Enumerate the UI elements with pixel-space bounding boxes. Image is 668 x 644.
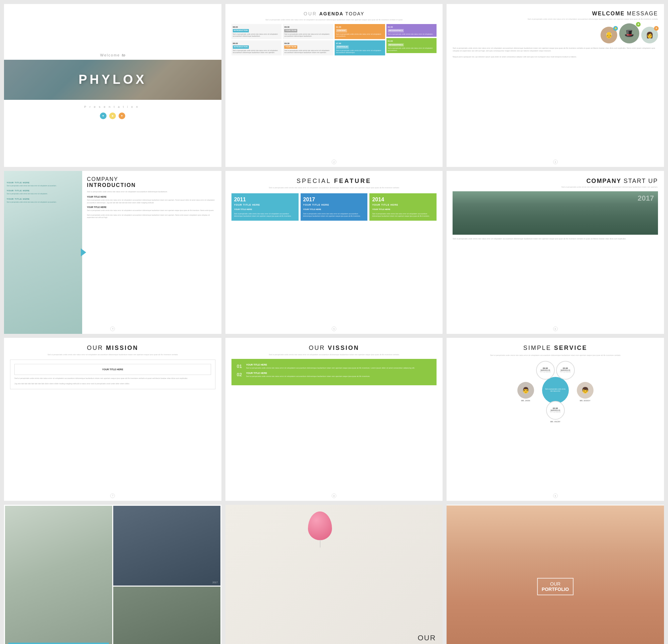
simple-label: SIMPLE [523,344,554,351]
page-number-7: 7 [110,493,115,498]
vision-sub: Sed ut perspiciatis unde omnis iste natu… [231,354,437,356]
card-2014: 2014 YOUR TITLE HERE YOUR TITLE HERE Sed… [369,193,437,221]
startup-landscape: 2017 [453,191,658,235]
page-number-5: 5 [332,326,336,331]
feature-sub: Sed ut perspiciatis unde omnis iste natu… [231,187,437,189]
agenda-col-1: 08:00 INTRODUCTION Sed ut perspiciatis u… [231,24,282,56]
date-topright: 2017 [212,581,218,584]
portfolio-text-12: PORTFOLIO [542,586,569,592]
agenda-sub: Sed ut perspiciatis unde omnis iste natu… [231,19,437,21]
to-text: to [122,53,125,57]
jhon-label: MR. JHON [521,400,530,402]
service-03b: 02:00 SERVICE 03 Sed ut perspiciatis [546,401,565,420]
hero-image: PHYLOX [4,60,222,100]
special-label: SPECIAL [297,178,334,184]
our-mission: OUR [87,344,106,351]
agenda-col-3: 01:00 CONTENT Sed ut perspiciatis unde o… [335,24,385,56]
portfolio-text-11: PORTFOLIO [387,642,436,644]
intro-footer: Sed ut perspiciatis unde omnis iste natu… [87,214,216,219]
company-label-6: COMPANY [587,178,624,184]
service-row: 👨 MR. JHON 09:00 SERVICE 05 Sed ut persp… [453,361,658,423]
slide-10: 2017 YOUR TITLE HERE Sed ut perspiciatis… [4,505,222,644]
title-2: YOUR TITLE HERE Sed ut perspiciatis unde… [87,206,216,212]
card-2011: 2011 YOUR TITLE HERE YOUR TITLE HERE Sed… [231,193,299,221]
our-label-11: OUR [387,634,436,642]
presentation-subtitle: Presentation [84,105,141,108]
introduction-label: INTRODUCTION [87,182,216,188]
agenda-item-1: 08:00 INTRODUCTION Sed ut perspiciatis u… [231,24,282,39]
avatar-jhon: 👨 [517,382,534,399]
slide-4: YOUR TITLE HERE Sed ut perspiciatis unde… [4,171,222,334]
left-panel-titles: YOUR TITLE HERE Sed ut perspiciatis unde… [7,182,57,203]
today-label: TODAY [345,11,364,16]
page-number-4: 4 [110,326,115,331]
slide-5: SPECIAL FEATURE Sed ut perspiciatis unde… [226,171,443,334]
page-number-9: 9 [553,493,558,498]
service-05: 09:00 SERVICE 05 Sed ut perspiciatis [536,361,555,380]
slide-9: SIMPLE SERVICE Sed ut perspiciatis unde … [446,338,664,501]
person-dodoy: 👦 MR. DODOY [577,382,593,402]
brand-title: PHYLOX [78,73,147,87]
person-jhon: 👨 MR. JHON [517,382,534,402]
year-2017: 2017 [638,194,654,203]
avatar-2: 🎩 [619,24,639,43]
startup-body: Sed ut perspiciatis unde omnis iste natu… [453,237,658,240]
startup-sub: Sed ut perspiciatis unde omnis iste natu… [453,186,658,189]
badge-2: ★ [636,22,641,27]
page-number-6: 6 [553,326,558,331]
dodoy-label: MR. DODOY [580,400,591,402]
feature-label: FEATURE [334,178,371,184]
startup-label: START UP [624,178,658,184]
avatar-1-wrap: 👴 ⭐ [601,27,617,43]
portfolio-label-11: OUR PORTFOLIO [387,634,436,644]
slide-2: OUR AGENDA TODAY Sed ut perspiciatis und… [226,4,443,167]
badge-1: ⭐ [613,26,618,31]
vision-label: VISSION [328,344,359,351]
mission-box: YOUR TITLE HERE Sed ut perspiciatis unde… [10,359,215,389]
photo-cell-bottomright: 2015+ IMAGE PLACE HOLDER [113,586,221,644]
card-2017: 2017 YOUR TITLE HERE YOUR TITLE HERE Sed… [301,193,368,221]
slide6-header: COMPANY START UP [453,178,658,185]
portfolio-box-12: OUR PORTFOLIO [537,578,574,595]
welcome-text: Welcome [100,53,122,57]
our-label-12: OUR [542,581,569,586]
icon-star: ★ [109,112,116,119]
balloon [308,511,332,540]
mission-label: MISSION [106,344,138,351]
slide9-header: SIMPLE SERVICE [453,344,658,352]
welcome-sub: Sed ut perspiciatis unde omnis iste natu… [453,18,658,21]
agenda-label: AGENDA [319,11,345,16]
title-1: YOUR TITLE HERE Sed ut perspiciatis unde… [87,196,216,204]
agenda-grid: 08:00 INTRODUCTION Sed ut perspiciatis u… [231,24,437,56]
slide5-header: SPECIAL FEATURE [231,178,437,185]
icon-teal: ✦ [100,112,107,119]
slide-header: OUR AGENDA TODAY [231,11,437,17]
agenda-item-6: 09:30 YOUR TEAM Sed ut perspiciatis unde… [283,41,333,56]
photo-cell-left: 2017 YOUR TITLE HERE Sed ut perspiciatis… [5,506,112,644]
page-number-8: 8 [332,493,336,498]
service-03a: 03:00 SERVICE 03 Sed ut perspiciatis [556,361,575,380]
vacry-label: MR. VACRY [550,421,560,423]
slide-12: OUR PORTFOLIO [446,505,664,644]
agenda-col-4: 01:30 INFOGRAPHICS Sed ut perspiciatis u… [386,24,437,56]
agenda-item-4: 01:30 INFOGRAPHICS Sed ut perspiciatis u… [386,24,437,37]
feature-cards: 2011 YOUR TITLE HERE YOUR TITLE HERE Sed… [231,193,437,221]
avatar-dodoy: 👦 [577,382,593,399]
mission-text1: Sed ut perspiciatis unde omnis iste natu… [14,377,211,380]
agenda-item-3: 01:00 CONTENT Sed ut perspiciatis unde o… [335,24,385,39]
service-label: SERVICE [554,344,588,351]
service-circles: 09:00 SERVICE 05 Sed ut perspiciatis 03:… [535,361,576,423]
our-label: OUR [304,11,319,16]
agenda-item-7: 07:00 PORTFOLIO Sed ut perspiciatis unde… [335,41,385,56]
page-number-3: 3 [553,159,558,164]
slide-1: Welcome to PHYLOX Presentation ✦ ★ ✦ [4,4,222,167]
slide-6: COMPANY START UP Sed ut perspiciatis und… [446,171,664,334]
service-main: Sed ut perspiciatis unde omnis iste natu… [542,377,569,404]
slide-8: OUR VISSION Sed ut perspiciatis unde omn… [226,338,443,501]
slide-3: WELCOME MESSAGE Sed ut perspiciatis unde… [446,4,664,167]
welcome-label: WELCOME [592,11,627,16]
photo-cell-topright: 2017 [113,506,221,586]
mission-text2: Jug iste labi labi labi labi labi labi l… [14,382,211,385]
icon-orange: ✦ [119,112,125,119]
avatar-3-wrap: 👩 ✦ [641,27,658,43]
